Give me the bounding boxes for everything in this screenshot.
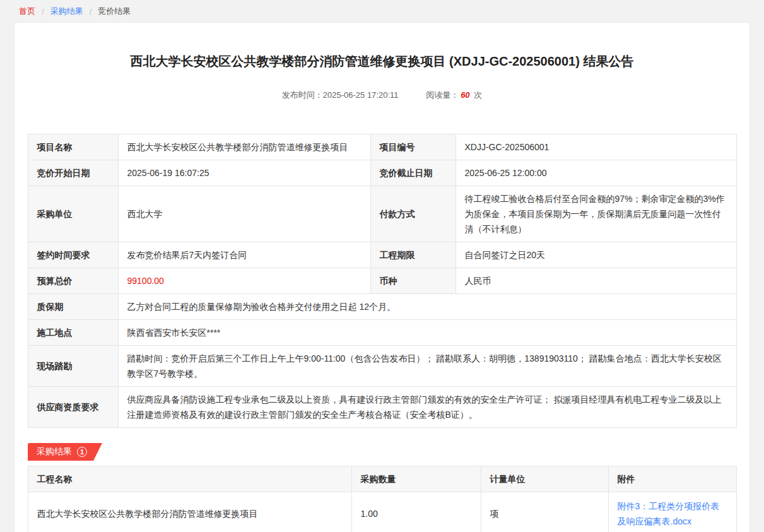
label-sign-time: 签约时间要求 xyxy=(28,242,118,268)
publish-time-group: 发布时间：2025-06-25 17:20:11 xyxy=(282,90,401,100)
label-warranty: 质保期 xyxy=(28,294,118,320)
label-construction-site: 施工地点 xyxy=(28,320,118,346)
result-section-header: 采购结果 1 xyxy=(28,443,736,461)
label-supplier-qualification: 供应商资质要求 xyxy=(28,387,118,428)
breadcrumb-home-link[interactable]: 首页 xyxy=(19,6,35,17)
views-label: 阅读量： xyxy=(426,90,459,100)
header-project-name: 工程名称 xyxy=(28,466,351,492)
views-unit: 次 xyxy=(474,90,482,100)
value-payment-method: 待工程竣工验收合格后付至合同金额的97%；剩余审定金额的3%作为质保金，本项目质… xyxy=(455,186,736,242)
views-group: 阅读量：60 次 xyxy=(426,90,482,100)
label-project-code: 项目编号 xyxy=(370,134,455,160)
value-budget-total: 99100.00 xyxy=(118,268,370,294)
views-count: 60 xyxy=(461,90,469,100)
value-project-code: XDJJ-GC-202506001 xyxy=(455,134,736,160)
value-bid-start-date: 2025-06-19 16:07:25 xyxy=(118,160,370,186)
table-row: 项目名称 西北大学长安校区公共教学楼部分消防管道维修更换项目 项目编号 XDJJ… xyxy=(28,134,736,160)
breadcrumb-separator: / xyxy=(42,7,44,16)
table-row: 签约时间要求 发布竞价结果后7天内签订合同 工程期限 自合同签订之日20天 xyxy=(28,242,736,268)
label-currency: 币种 xyxy=(370,268,455,294)
project-info-table: 项目名称 西北大学长安校区公共教学楼部分消防管道维修更换项目 项目编号 XDJJ… xyxy=(28,134,737,428)
label-project-duration: 工程期限 xyxy=(370,242,455,268)
value-purchase-unit: 西北大学 xyxy=(118,186,370,242)
breadcrumb: 首页 / 采购结果 / 竞价结果 xyxy=(0,0,764,22)
announcement-meta: 发布时间：2025-06-25 17:20:11 阅读量：60 次 xyxy=(27,90,737,101)
value-sign-time: 发布竞价结果后7天内签订合同 xyxy=(118,242,370,268)
purchase-result-table: 工程名称 采购数量 计量单位 附件 西北大学长安校区公共教学楼部分消防管道维修更… xyxy=(28,466,737,532)
breadcrumb-purchase-results-link[interactable]: 采购结果 xyxy=(50,6,83,17)
publish-time-label: 发布时间： xyxy=(282,90,323,100)
value-project-duration: 自合同签订之日20天 xyxy=(455,242,736,268)
table-row: 质保期 乙方对合同工程的质量保修期为验收合格并交付使用之日起 12个月。 xyxy=(28,294,736,320)
table-row: 施工地点 陕西省西安市长安区**** xyxy=(28,320,736,346)
table-row: 竞价开始日期 2025-06-19 16:07:25 竞价截止日期 2025-0… xyxy=(28,160,736,186)
result-quantity: 1.00 xyxy=(351,492,481,532)
value-warranty: 乙方对合同工程的质量保修期为验收合格并交付使用之日起 12个月。 xyxy=(118,294,736,320)
label-payment-method: 付款方式 xyxy=(370,186,455,242)
label-site-survey: 现场踏勘 xyxy=(28,346,118,387)
table-header-row: 工程名称 采购数量 计量单位 附件 xyxy=(28,466,736,492)
result-unit: 项 xyxy=(481,492,608,532)
label-project-name: 项目名称 xyxy=(28,134,118,160)
header-attachment: 附件 xyxy=(608,466,736,492)
announcement-card: 西北大学长安校区公共教学楼部分消防管道维修更换项目 (XDJJ-GC-20250… xyxy=(14,22,750,532)
table-row: 预算总价 99100.00 币种 人民币 xyxy=(28,268,736,294)
value-site-survey: 踏勘时间：竞价开启后第三个工作日上午上午9:00-11:00（包含公告发布日）；… xyxy=(118,346,736,387)
badge-number: 1 xyxy=(77,447,87,457)
table-row: 西北大学长安校区公共教学楼部分消防管道维修更换项目 1.00 项 附件3：工程类… xyxy=(28,492,736,532)
table-row: 采购单位 西北大学 付款方式 待工程竣工验收合格后付至合同金额的97%；剩余审定… xyxy=(28,186,736,242)
header-unit: 计量单位 xyxy=(481,466,608,492)
value-project-name: 西北大学长安校区公共教学楼部分消防管道维修更换项目 xyxy=(118,134,370,160)
publish-time-value: 2025-06-25 17:20:11 xyxy=(323,90,399,100)
header-quantity: 采购数量 xyxy=(351,466,481,492)
attachment-link[interactable]: 附件3：工程类分项报价表及响应偏离表.docx xyxy=(618,501,720,526)
result-project-name: 西北大学长安校区公共教学楼部分消防管道维修更换项目 xyxy=(28,492,351,532)
label-bid-end-date: 竞价截止日期 xyxy=(370,160,455,186)
label-budget-total: 预算总价 xyxy=(28,268,118,294)
value-bid-end-date: 2025-06-25 12:00:00 xyxy=(455,160,736,186)
label-purchase-unit: 采购单位 xyxy=(28,186,118,242)
value-currency: 人民币 xyxy=(455,268,736,294)
value-supplier-qualification: 供应商应具备消防设施工程专业承包二级及以上资质，具有建设行政主管部门颁发的有效的… xyxy=(118,387,736,428)
table-row: 供应商资质要求 供应商应具备消防设施工程专业承包二级及以上资质，具有建设行政主管… xyxy=(28,387,736,428)
breadcrumb-separator: / xyxy=(90,7,92,16)
value-construction-site: 陕西省西安市长安区**** xyxy=(118,320,736,346)
table-row: 现场踏勘 踏勘时间：竞价开启后第三个工作日上午上午9:00-11:00（包含公告… xyxy=(28,346,736,387)
page-title: 西北大学长安校区公共教学楼部分消防管道维修更换项目 (XDJJ-GC-20250… xyxy=(71,52,693,71)
purchase-result-badge-label: 采购结果 xyxy=(37,446,72,458)
purchase-result-badge: 采购结果 1 xyxy=(28,443,102,461)
result-attachment-cell: 附件3：工程类分项报价表及响应偏离表.docx xyxy=(608,492,736,532)
label-bid-start-date: 竞价开始日期 xyxy=(28,160,118,186)
breadcrumb-current: 竞价结果 xyxy=(98,6,131,17)
